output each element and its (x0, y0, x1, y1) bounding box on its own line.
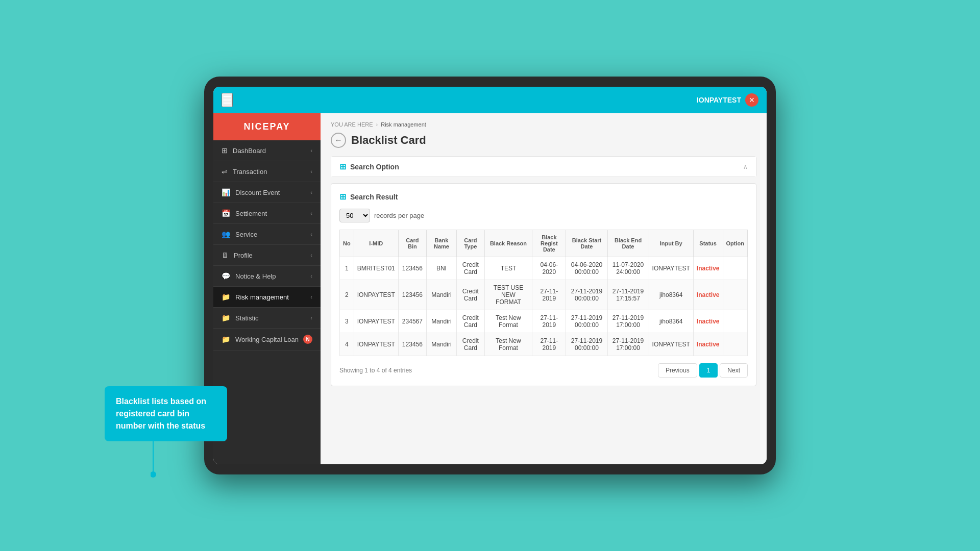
sidebar-item-working-capital[interactable]: 📁 Working Capital Loan N (213, 329, 321, 350)
table-cell: TEST USE NEW FORMAT (484, 280, 532, 310)
screen: ☰ IONPAYTEST ✕ NICEPAY ⊞ DashBoard ‹ ⇌ T… (213, 87, 767, 464)
next-button[interactable]: Next (720, 363, 748, 378)
chevron-settlement: ‹ (310, 210, 312, 216)
sidebar-item-left-transaction: ⇌ Transaction (222, 167, 267, 176)
table-cell[interactable] (723, 333, 747, 356)
sidebar-label-notice: Notice & Help (235, 272, 276, 280)
back-button[interactable]: ← (331, 133, 346, 148)
sidebar-icon-notice: 💬 (222, 272, 230, 280)
table-cell: 123456 (398, 333, 426, 356)
records-per-page-label: records per page (374, 212, 424, 219)
sidebar-item-left-dashboard: ⊞ DashBoard (222, 146, 266, 155)
sidebar-item-statistic[interactable]: 📁 Statistic ‹ (213, 308, 321, 329)
user-section: IONPAYTEST ✕ (697, 93, 758, 107)
table-cell: 2 (340, 280, 354, 310)
table-cell: 27-11-2019 17:00:00 (607, 333, 649, 356)
sidebar-icon-service: 👥 (222, 230, 230, 238)
table-cell: TEST (484, 257, 532, 280)
records-per-page-select[interactable]: 102550100 (339, 209, 370, 222)
main-layout: NICEPAY ⊞ DashBoard ‹ ⇌ Transaction ‹ 📊 … (213, 113, 767, 464)
table-cell: Credit Card (457, 310, 485, 333)
sidebar-label-profile: Profile (234, 252, 253, 259)
table-row: 3IONPAYTEST234567MandiriCredit CardTest … (340, 310, 748, 333)
col-header-i-mid: I-MID (354, 230, 398, 257)
table-cell: 27-11-2019 (532, 310, 566, 333)
svg-point-1 (151, 471, 156, 478)
breadcrumb-home: YOU ARE HERE (331, 121, 373, 128)
table-cell: 27-11-2019 17:00:00 (607, 310, 649, 333)
search-option-icon: ⊞ (339, 162, 346, 171)
sidebar-label-working-capital: Working Capital Loan (235, 336, 299, 343)
hamburger-button[interactable]: ☰ (222, 93, 233, 107)
table-cell: 04-06-2020 00:00:00 (566, 257, 607, 280)
table-cell: IONPAYTEST (354, 280, 398, 310)
table-cell: Mandiri (426, 310, 456, 333)
sidebar-item-transaction[interactable]: ⇌ Transaction ‹ (213, 161, 321, 182)
search-result-label: Search Result (350, 193, 398, 201)
top-header: ☰ IONPAYTEST ✕ (213, 87, 767, 113)
username-label: IONPAYTEST (697, 96, 741, 104)
sidebar-label-transaction: Transaction (233, 168, 267, 176)
table-cell: IONPAYTEST (649, 257, 693, 280)
table-cell: 27-11-2019 00:00:00 (566, 333, 607, 356)
chevron-service: ‹ (310, 231, 312, 237)
sidebar-item-left-notice: 💬 Notice & Help (222, 272, 276, 280)
sidebar-item-notice[interactable]: 💬 Notice & Help ‹ (213, 266, 321, 287)
table-cell: Credit Card (457, 280, 485, 310)
page-title-row: ← Blacklist Card (331, 133, 756, 148)
table-cell: Test New Format (484, 333, 532, 356)
previous-button[interactable]: Previous (658, 363, 697, 378)
sidebar-label-statistic: Statistic (235, 314, 259, 322)
sidebar-item-discount-event[interactable]: 📊 Discount Event ‹ (213, 182, 321, 203)
sidebar-icon-working-capital: 📁 (222, 335, 230, 343)
col-header-black-end-date: Black End Date (607, 230, 649, 257)
page-1-button[interactable]: 1 (699, 363, 718, 378)
table-row: 4IONPAYTEST123456MandiriCredit CardTest … (340, 333, 748, 356)
sidebar-label-risk: Risk management (235, 293, 289, 301)
chevron-statistic: ‹ (310, 315, 312, 321)
chevron-notice: ‹ (310, 273, 312, 279)
table-row: 2IONPAYTEST123456MandiriCredit CardTEST … (340, 280, 748, 310)
table-cell: 1 (340, 257, 354, 280)
table-cell: Mandiri (426, 333, 456, 356)
breadcrumb-separator: › (376, 121, 378, 128)
page-title: Blacklist Card (351, 134, 426, 147)
search-result-icon: ⊞ (339, 192, 346, 202)
sidebar-item-risk[interactable]: 📁 Risk management ‹ (213, 287, 321, 308)
col-header-input-by: Input By (649, 230, 693, 257)
sidebar-icon-transaction: ⇌ (222, 167, 228, 176)
col-header-card-type: Card Type (457, 230, 485, 257)
col-header-black-regist-date: Black Regist Date (532, 230, 566, 257)
table-cell: BNI (426, 257, 456, 280)
sidebar-icon-statistic: 📁 (222, 314, 230, 322)
table-cell[interactable] (723, 280, 747, 310)
table-cell: Credit Card (457, 333, 485, 356)
sidebar-item-dashboard[interactable]: ⊞ DashBoard ‹ (213, 140, 321, 161)
pagination-controls: Previous 1 Next (658, 363, 748, 378)
sidebar-item-profile[interactable]: 🖥 Profile ‹ (213, 245, 321, 266)
sidebar-item-settlement[interactable]: 📅 Settlement ‹ (213, 203, 321, 224)
table-cell: IONPAYTEST (354, 310, 398, 333)
table-row: 1BMRITEST01123456BNICredit CardTEST04-06… (340, 257, 748, 280)
table-cell: 123456 (398, 280, 426, 310)
sidebar-label-dashboard: DashBoard (233, 147, 266, 155)
table-cell[interactable] (723, 257, 747, 280)
sidebar-item-left-discount-event: 📊 Discount Event (222, 188, 280, 196)
search-result-header: ⊞ Search Result (339, 192, 748, 202)
search-option-header[interactable]: ⊞ Search Option ∧ (331, 157, 756, 177)
logout-button[interactable]: ✕ (745, 93, 758, 107)
showing-text: Showing 1 to 4 of 4 entries (339, 367, 412, 374)
search-option-toggle[interactable]: ∧ (743, 163, 748, 170)
table-cell: 123456 (398, 257, 426, 280)
table-cell: 27-11-2019 (532, 280, 566, 310)
search-option-header-left: ⊞ Search Option (339, 162, 399, 171)
table-cell[interactable] (723, 310, 747, 333)
table-cell: Inactive (693, 257, 723, 280)
chevron-risk: ‹ (310, 294, 312, 300)
chevron-transaction: ‹ (310, 168, 312, 174)
col-header-black-start-date: Black Start Date (566, 230, 607, 257)
table-cell: IONPAYTEST (649, 333, 693, 356)
col-header-no: No (340, 230, 354, 257)
sidebar-item-service[interactable]: 👥 Service ‹ (213, 224, 321, 245)
col-header-black-reason: Black Reason (484, 230, 532, 257)
